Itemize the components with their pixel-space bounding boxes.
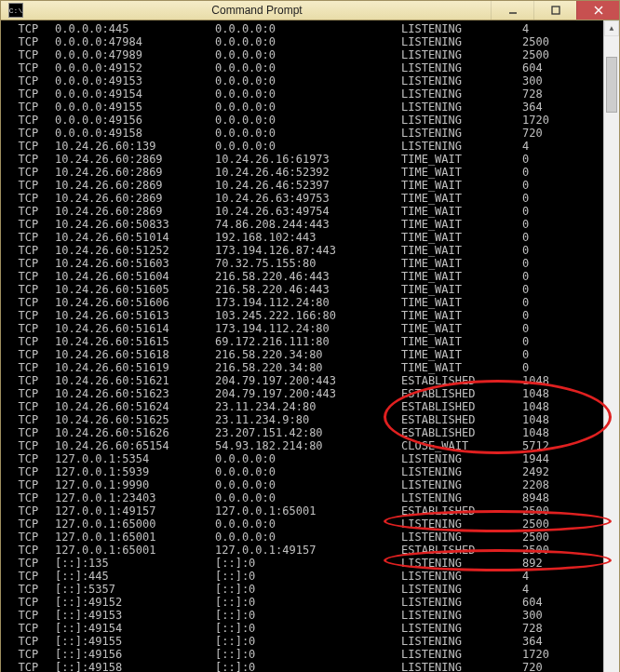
remote-address-cell: 0.0.0.0:0 <box>215 127 401 140</box>
state-cell: TIME_WAIT <box>401 166 522 179</box>
proto-cell: TCP <box>5 570 55 583</box>
remote-address-cell: 23.11.234.9:80 <box>215 413 401 426</box>
pid-cell: 1048 <box>522 426 549 439</box>
pid-cell: 1944 <box>522 452 549 465</box>
state-cell: CLOSE_WAIT <box>401 439 522 452</box>
remote-address-cell: 74.86.208.244:443 <box>215 218 401 231</box>
local-address-cell: 10.24.26.60:51615 <box>55 335 215 348</box>
local-address-cell: [::]:49156 <box>55 648 215 661</box>
remote-address-cell: 23.11.234.24:80 <box>215 400 401 413</box>
proto-cell: TCP <box>5 179 55 192</box>
maximize-button[interactable] <box>533 1 576 20</box>
local-address-cell: 10.24.26.60:2869 <box>55 205 215 218</box>
minimize-button[interactable] <box>491 1 533 20</box>
pid-cell: 0 <box>522 283 529 296</box>
remote-address-cell: 0.0.0.0:0 <box>215 517 401 531</box>
pid-cell: 604 <box>522 61 543 74</box>
netstat-row: TCP127.0.0.1:650010.0.0.0:0LISTENING2500 <box>5 531 603 544</box>
remote-address-cell: [::]:0 <box>215 648 401 661</box>
proto-cell: TCP <box>5 48 55 61</box>
local-address-cell: 127.0.0.1:65000 <box>55 517 215 531</box>
state-cell: ESTABLISHED <box>401 374 522 387</box>
netstat-row: TCP10.24.26.60:5160370.32.75.155:80TIME_… <box>5 257 603 270</box>
state-cell: LISTENING <box>401 648 522 661</box>
state-cell: TIME_WAIT <box>401 257 522 270</box>
remote-address-cell: 69.172.216.111:80 <box>215 335 401 348</box>
local-address-cell: [::]:49152 <box>55 596 215 609</box>
state-cell: TIME_WAIT <box>401 296 522 309</box>
remote-address-cell: 70.32.75.155:80 <box>215 257 401 270</box>
local-address-cell: 10.24.26.60:51604 <box>55 270 215 283</box>
pid-cell: 0 <box>522 270 529 283</box>
proto-cell: TCP <box>5 114 55 127</box>
local-address-cell: 10.24.26.60:51613 <box>55 309 215 322</box>
remote-address-cell: 0.0.0.0:0 <box>215 35 401 48</box>
remote-address-cell: 54.93.182.214:80 <box>215 439 401 452</box>
state-cell: ESTABLISHED <box>401 426 522 439</box>
local-address-cell: [::]:135 <box>55 557 215 570</box>
proto-cell: TCP <box>5 22 55 35</box>
pid-cell: 604 <box>522 596 543 609</box>
local-address-cell: 0.0.0.0:49155 <box>55 101 215 114</box>
state-cell: LISTENING <box>401 101 522 114</box>
proto-cell: TCP <box>5 648 55 661</box>
netstat-row: TCP10.24.26.60:51604216.58.220.46:443TIM… <box>5 270 603 283</box>
pid-cell: 1720 <box>522 648 549 661</box>
proto-cell: TCP <box>5 387 55 400</box>
state-cell: LISTENING <box>401 635 522 648</box>
pid-cell: 2500 <box>522 531 549 544</box>
local-address-cell: 127.0.0.1:5354 <box>55 452 215 465</box>
proto-cell: TCP <box>5 439 55 452</box>
netstat-row: TCP10.24.26.60:1390.0.0.0:0LISTENING4 <box>5 140 603 153</box>
netstat-row: TCP0.0.0.0:4450.0.0.0:0LISTENING4 <box>5 22 603 35</box>
remote-address-cell: 0.0.0.0:0 <box>215 87 401 101</box>
proto-cell: TCP <box>5 87 55 101</box>
netstat-row: TCP[::]:49153[::]:0LISTENING300 <box>5 609 603 622</box>
remote-address-cell: 173.194.126.87:443 <box>215 244 401 257</box>
window-buttons <box>491 1 619 20</box>
scroll-track[interactable] <box>604 36 619 672</box>
netstat-row: TCP10.24.26.60:5162623.207.151.42:80ESTA… <box>5 426 603 439</box>
local-address-cell: 10.24.26.60:51606 <box>55 296 215 309</box>
pid-cell: 2500 <box>522 544 549 557</box>
netstat-row: TCP0.0.0.0:479890.0.0.0:0LISTENING2500 <box>5 48 603 61</box>
netstat-row: TCP10.24.26.60:5161569.172.216.111:80TIM… <box>5 335 603 348</box>
state-cell: TIME_WAIT <box>401 270 522 283</box>
pid-cell: 1720 <box>522 114 549 127</box>
pid-cell: 0 <box>522 166 529 179</box>
remote-address-cell: 10.24.26.63:49754 <box>215 205 401 218</box>
local-address-cell: 0.0.0.0:49156 <box>55 114 215 127</box>
local-address-cell: [::]:49153 <box>55 609 215 622</box>
pid-cell: 0 <box>522 322 529 335</box>
pid-cell: 0 <box>522 205 529 218</box>
netstat-row: TCP10.24.26.60:51621204.79.197.200:443ES… <box>5 374 603 387</box>
proto-cell: TCP <box>5 504 55 517</box>
scroll-up-button[interactable]: ▲ <box>604 20 619 36</box>
remote-address-cell: [::]:0 <box>215 583 401 596</box>
netstat-row: TCP10.24.26.60:51605216.58.220.46:443TIM… <box>5 283 603 296</box>
proto-cell: TCP <box>5 661 55 672</box>
command-prompt-window: C:\ Command Prompt TCP0.0.0.0:4450.0.0.0… <box>0 0 620 672</box>
netstat-row: TCP10.24.26.60:286910.24.26.63:49753TIME… <box>5 192 603 205</box>
scroll-thumb[interactable] <box>606 57 617 113</box>
pid-cell: 720 <box>522 127 543 140</box>
netstat-row: TCP0.0.0.0:491520.0.0.0:0LISTENING604 <box>5 61 603 74</box>
titlebar[interactable]: C:\ Command Prompt <box>1 1 619 20</box>
state-cell: LISTENING <box>401 609 522 622</box>
vertical-scrollbar[interactable]: ▲ ▼ <box>603 20 619 672</box>
proto-cell: TCP <box>5 361 55 374</box>
close-button[interactable] <box>576 1 619 20</box>
pid-cell: 1048 <box>522 374 549 387</box>
state-cell: LISTENING <box>401 622 522 635</box>
state-cell: ESTABLISHED <box>401 504 522 517</box>
remote-address-cell: 173.194.112.24:80 <box>215 322 401 335</box>
pid-cell: 892 <box>522 557 543 570</box>
pid-cell: 4 <box>522 22 529 35</box>
netstat-row: TCP0.0.0.0:491540.0.0.0:0LISTENING728 <box>5 87 603 101</box>
local-address-cell: 10.24.26.60:51621 <box>55 374 215 387</box>
netstat-row: TCP0.0.0.0:479840.0.0.0:0LISTENING2500 <box>5 35 603 48</box>
local-address-cell: 0.0.0.0:445 <box>55 22 215 35</box>
pid-cell: 2208 <box>522 478 549 491</box>
terminal-output[interactable]: TCP0.0.0.0:4450.0.0.0:0LISTENING4 TCP0.0… <box>1 20 603 672</box>
window-title: Command Prompt <box>23 4 491 17</box>
